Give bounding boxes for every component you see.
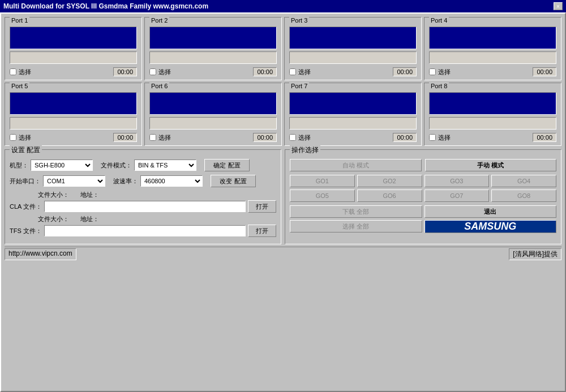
port-6-checkbox[interactable] — [149, 134, 156, 141]
main-window: Port 1 选择 00:00 Port 2 选择 00:00 — [0, 12, 566, 392]
operations-group-label: 操作选择 — [290, 145, 320, 155]
port-8-group: Port 8 选择 00:00 — [424, 83, 561, 146]
tfs-size-row: 文件大小： 地址： — [10, 215, 276, 223]
port-2-checkbox[interactable] — [149, 68, 156, 75]
port-1-label: Port 1 — [10, 17, 29, 24]
tfs-file-row: TFS 文件： 打开 — [10, 225, 276, 237]
port-1-time: 00:00 — [113, 67, 137, 76]
select-all-button[interactable]: 选择 全部 — [290, 220, 422, 232]
model-select[interactable]: SGH-E800 — [31, 160, 93, 171]
com-row: 开始串口： COM1 波速率： 460800 改变 配置 — [10, 175, 276, 187]
port-8-time: 00:00 — [533, 133, 556, 142]
tfs-file-size-label: 文件大小： — [38, 215, 69, 223]
model-label: 机型： — [10, 161, 28, 170]
go2-button[interactable]: GO2 — [357, 175, 422, 187]
port-4-display — [429, 27, 556, 49]
port-7-checkbox[interactable] — [289, 134, 296, 141]
operations-group: 操作选择 自动 模式 手动 模式 GO1 GO2 GO3 GO4 GO5 GO6… — [285, 149, 561, 244]
port-2-group: Port 2 选择 00:00 — [144, 17, 282, 80]
port-6-display — [149, 92, 277, 115]
go4-button[interactable]: GO4 — [491, 175, 556, 187]
port-6-label: Port 6 — [149, 83, 169, 89]
com-port-label: 开始串口： — [10, 177, 41, 186]
status-left: http://www.vipcn.com — [5, 248, 76, 260]
model-row: 机型： SGH-E800 文件模式： BIN & TFS 确定 配置 — [10, 159, 276, 171]
ports-grid: Port 1 选择 00:00 Port 2 选择 00:00 — [5, 17, 561, 146]
port-3-secondary — [289, 51, 417, 64]
go6-button[interactable]: GO6 — [357, 189, 422, 202]
title-bar: Multi Download for SYSOL III Gsmdma Fami… — [0, 0, 566, 12]
port-8-display — [429, 92, 556, 115]
go8-button[interactable]: GO8 — [491, 189, 556, 202]
port-5-group: Port 5 选择 00:00 — [5, 83, 142, 146]
port-8-checkbox-label[interactable]: 选择 — [429, 133, 451, 142]
mode-row: 自动 模式 手动 模式 — [290, 154, 556, 171]
manual-mode-button[interactable]: 手动 模式 — [425, 159, 557, 171]
port-2-checkbox-label[interactable]: 选择 — [149, 68, 171, 76]
port-7-time: 00:00 — [393, 133, 417, 142]
port-3-time: 00:00 — [393, 67, 417, 76]
port-4-secondary — [429, 51, 556, 64]
port-5-time: 00:00 — [113, 133, 137, 142]
settings-group-label: 设置 配置 — [10, 145, 42, 155]
port-5-secondary — [10, 117, 137, 130]
port-1-checkbox[interactable] — [10, 68, 16, 75]
cla-address-label: 地址： — [80, 191, 99, 199]
port-8-checkbox[interactable] — [429, 134, 436, 141]
port-3-checkbox-label[interactable]: 选择 — [289, 68, 311, 76]
port-3-label: Port 3 — [289, 17, 309, 24]
cla-file-row: CLA 文件： 打开 — [10, 200, 276, 213]
confirm-config-button[interactable]: 确定 配置 — [204, 159, 250, 171]
file-mode-select[interactable]: BIN & TFS — [134, 160, 196, 171]
cla-size-row: 文件大小： 地址： — [10, 191, 276, 199]
port-4-label: Port 4 — [429, 17, 449, 24]
go1-button[interactable]: GO1 — [290, 175, 355, 187]
port-4-checkbox[interactable] — [429, 68, 436, 75]
go7-button[interactable]: GO7 — [424, 189, 490, 202]
port-2-time: 00:00 — [253, 67, 277, 76]
port-6-group: Port 6 选择 00:00 — [144, 83, 282, 146]
tfs-file-input[interactable] — [44, 225, 246, 236]
port-5-checkbox-label[interactable]: 选择 — [10, 133, 31, 142]
port-1-secondary — [10, 51, 137, 64]
close-button[interactable]: × — [554, 2, 563, 10]
port-3-checkbox[interactable] — [289, 68, 296, 75]
cla-file-size-label: 文件大小： — [38, 191, 69, 199]
port-6-checkbox-label[interactable]: 选择 — [149, 133, 171, 142]
tfs-address-label: 地址： — [80, 215, 99, 223]
port-5-display — [10, 92, 137, 115]
port-7-group: Port 7 选择 00:00 — [284, 83, 422, 146]
port-5-label: Port 5 — [10, 83, 29, 89]
port-2-display — [149, 27, 277, 49]
bottom-section: 设置 配置 机型： SGH-E800 文件模式： BIN & TFS 确定 配置… — [5, 149, 561, 244]
go3-button[interactable]: GO3 — [424, 175, 490, 187]
port-4-checkbox-label[interactable]: 选择 — [429, 68, 451, 76]
port-1-checkbox-label[interactable]: 选择 — [10, 68, 31, 76]
cla-file-label: CLA 文件： — [10, 203, 42, 211]
baud-rate-select[interactable]: 460800 — [140, 175, 203, 187]
port-6-secondary — [149, 117, 277, 130]
auto-mode-button[interactable]: 自动 模式 — [290, 159, 422, 171]
port-6-time: 00:00 — [253, 133, 277, 142]
title-text: Multi Download for SYSOL III Gsmdma Fami… — [3, 2, 208, 10]
tfs-open-button[interactable]: 打开 — [248, 225, 276, 237]
status-bar: http://www.vipcn.com [清风网络]提供 — [5, 247, 561, 260]
settings-group: 设置 配置 机型： SGH-E800 文件模式： BIN & TFS 确定 配置… — [5, 149, 281, 244]
cla-file-input[interactable] — [44, 201, 246, 212]
ops-bottom-row: 下载 全部 退出 选择 全部 SAMSUNG — [290, 205, 556, 233]
exit-button[interactable]: 退出 — [424, 205, 557, 218]
port-4-time: 00:00 — [533, 67, 556, 76]
port-3-display — [289, 27, 417, 49]
port-7-display — [289, 92, 417, 115]
status-right: [清风网络]提供 — [509, 248, 561, 260]
download-all-button[interactable]: 下载 全部 — [290, 205, 422, 218]
go5-button[interactable]: GO5 — [290, 189, 355, 202]
port-7-secondary — [289, 117, 417, 130]
cla-open-button[interactable]: 打开 — [248, 200, 276, 213]
com-port-select[interactable]: COM1 — [43, 175, 105, 187]
port-5-checkbox[interactable] — [10, 134, 16, 141]
port-4-group: Port 4 选择 00:00 — [424, 17, 561, 80]
change-config-button[interactable]: 改变 配置 — [211, 175, 256, 187]
port-7-checkbox-label[interactable]: 选择 — [289, 133, 311, 142]
go-buttons-grid: GO1 GO2 GO3 GO4 GO5 GO6 GO7 GO8 — [290, 175, 556, 202]
